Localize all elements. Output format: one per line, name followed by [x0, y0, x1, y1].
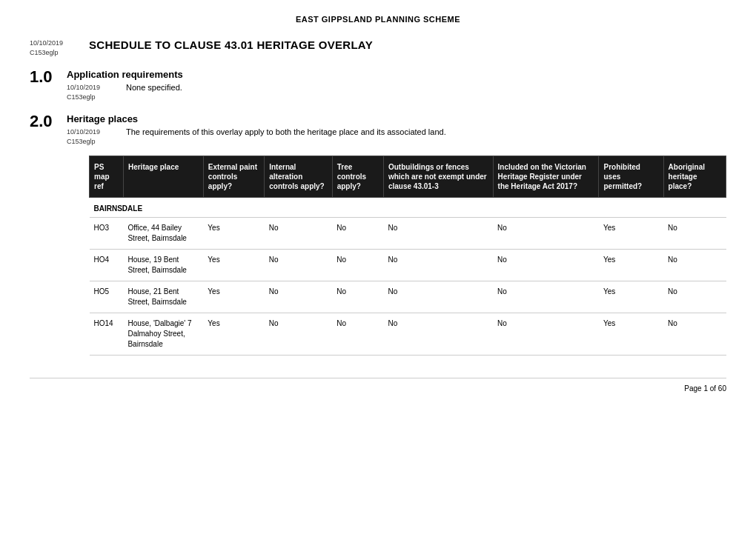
section-1-subtitle: Application requirements [67, 69, 726, 80]
section-2-content: Heritage places 10/10/2019 C153eglp The … [67, 113, 726, 147]
heritage-table: PS map ref Heritage place External paint… [89, 156, 726, 356]
city-label: BAIRNSDALE [90, 197, 726, 217]
cell-row2-col6: No [493, 281, 599, 313]
cell-row1-col7: Yes [599, 249, 663, 281]
cell-row1-col8: No [663, 249, 726, 281]
section-1-date: 10/10/2019 C153eglp [67, 83, 126, 101]
section-2-meta: 10/10/2019 C153eglp The requirements of … [67, 127, 726, 146]
cell-row3-col2: Yes [203, 313, 264, 355]
table-row: HO4House, 19 Bent Street, BairnsdaleYesN… [90, 249, 726, 281]
cell-row2-col3: No [265, 281, 332, 313]
cell-row3-col8: No [663, 313, 726, 355]
table-row: HO3Office, 44 Bailey Street, BairnsdaleY… [90, 217, 726, 249]
col-header-aboriginal: Aboriginal heritage place? [663, 156, 726, 197]
col-header-heritage-place: Heritage place [123, 156, 203, 197]
cell-row1-col2: Yes [203, 249, 264, 281]
section-1: 1.0 Application requirements 10/10/2019 … [30, 69, 726, 103]
schedule-title: SCHEDULE TO CLAUSE 43.01 HERITAGE OVERLA… [89, 39, 373, 51]
col-header-prohibited: Prohibited uses permitted? [599, 156, 663, 197]
table-header-row: PS map ref Heritage place External paint… [90, 156, 726, 197]
cell-row3-col1: House, 'Dalbagie' 7 Dalmahoy Street, Bai… [123, 313, 203, 355]
section-2-number: 2.0 [30, 113, 67, 130]
cell-row2-col4: No [332, 281, 383, 313]
cell-row2-col7: Yes [599, 281, 663, 313]
cell-row0-col3: No [265, 217, 332, 249]
page-footer: Page 1 of 60 [30, 378, 726, 393]
cell-row1-col3: No [265, 249, 332, 281]
cell-row3-col7: Yes [599, 313, 663, 355]
document-title: EAST GIPPSLAND PLANNING SCHEME [30, 15, 726, 24]
cell-row1-col0: HO4 [90, 249, 124, 281]
section-1-content: Application requirements 10/10/2019 C153… [67, 69, 726, 103]
cell-row0-col0: HO3 [90, 217, 124, 249]
cell-row2-col8: No [663, 281, 726, 313]
cell-row1-col5: No [383, 249, 493, 281]
cell-row3-col4: No [332, 313, 383, 355]
col-header-tree-controls: Tree controls apply? [332, 156, 383, 197]
cell-row3-col3: No [265, 313, 332, 355]
cell-row0-col2: Yes [203, 217, 264, 249]
cell-row0-col8: No [663, 217, 726, 249]
cell-row1-col4: No [332, 249, 383, 281]
cell-row0-col7: Yes [599, 217, 663, 249]
city-row-bairnsdale: BAIRNSDALE [90, 197, 726, 217]
table-row: HO14House, 'Dalbagie' 7 Dalmahoy Street,… [90, 313, 726, 355]
cell-row2-col1: House, 21 Bent Street, Bairnsdale [123, 281, 203, 313]
cell-row3-col5: No [383, 313, 493, 355]
col-header-external-paint: External paint controls apply? [203, 156, 264, 197]
section-2: 2.0 Heritage places 10/10/2019 C153eglp … [30, 113, 726, 147]
section-2-intro: The requirements of this overlay apply t… [126, 127, 446, 136]
cell-row0-col6: No [493, 217, 599, 249]
header-section: 10/10/2019 C153eglp SCHEDULE TO CLAUSE 4… [30, 39, 726, 57]
cell-row2-col2: Yes [203, 281, 264, 313]
cell-row2-col0: HO5 [90, 281, 124, 313]
section-2-date: 10/10/2019 C153eglp [67, 127, 126, 146]
section-1-number: 1.0 [30, 69, 67, 85]
cell-row2-col5: No [383, 281, 493, 313]
cell-row3-col6: No [493, 313, 599, 355]
section-2-subtitle: Heritage places [67, 113, 726, 124]
cell-row0-col1: Office, 44 Bailey Street, Bairnsdale [123, 217, 203, 249]
cell-row0-col5: No [383, 217, 493, 249]
col-header-outbuildings: Outbuildings or fences which are not exe… [383, 156, 493, 197]
col-header-included: Included on the Victorian Heritage Regis… [493, 156, 599, 197]
cell-row3-col0: HO14 [90, 313, 124, 355]
cell-row1-col1: House, 19 Bent Street, Bairnsdale [123, 249, 203, 281]
cell-row1-col6: No [493, 249, 599, 281]
col-header-ps-map-ref: PS map ref [90, 156, 124, 197]
section-1-body: None specified. [126, 83, 182, 92]
page-number: Page 1 of 60 [684, 384, 726, 393]
cell-row0-col4: No [332, 217, 383, 249]
table-row: HO5House, 21 Bent Street, BairnsdaleYesN… [90, 281, 726, 313]
header-date: 10/10/2019 C153eglp [30, 39, 89, 57]
section-1-meta: 10/10/2019 C153eglp None specified. [67, 83, 726, 101]
col-header-internal-alt: Internal alteration controls apply? [265, 156, 332, 197]
